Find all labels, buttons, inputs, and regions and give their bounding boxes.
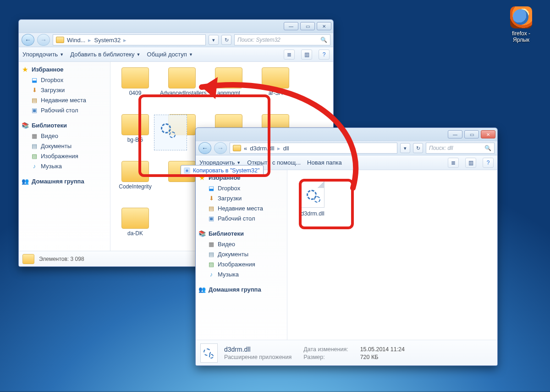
sidebar-group-libraries[interactable]: 📚Библиотеки: [22, 121, 107, 129]
dll-file-icon: [301, 181, 324, 208]
sidebar-item-dropbox[interactable]: ⬓Dropbox: [22, 75, 107, 85]
folder-item[interactable]: bg-BG: [113, 113, 157, 157]
drag-tooltip-text: Копировать в "System32": [193, 167, 259, 174]
music-icon: ♪: [208, 271, 215, 278]
folder-item[interactable]: da-DK: [113, 207, 157, 251]
sidebar-group-homegroup[interactable]: 👥Домашняя группа: [198, 286, 284, 293]
drag-tooltip: + Копировать в "System32": [181, 165, 264, 176]
dropbox-icon: ⬓: [208, 184, 215, 192]
organize-menu[interactable]: Упорядочить▼: [22, 51, 64, 58]
refresh-button[interactable]: ↻: [221, 35, 231, 45]
file-label: d3drm.dll: [297, 210, 329, 217]
sidebar-group-libraries[interactable]: 📚Библиотеки: [198, 230, 284, 237]
homegroup-icon: 👥: [198, 286, 206, 293]
library-icon: 📚: [22, 121, 29, 129]
share-menu[interactable]: Общий доступ▼: [147, 51, 193, 58]
maximize-button[interactable]: ▭: [464, 130, 479, 138]
folder-icon: [22, 254, 34, 264]
add-to-library-menu[interactable]: Добавить в библиотеку▼: [70, 51, 140, 58]
folder-content[interactable]: d3drm.dll: [287, 170, 497, 340]
sidebar-item-dropbox[interactable]: ⬓Dropbox: [198, 183, 284, 193]
sidebar-item-recent[interactable]: ▤Недавние места: [198, 203, 284, 213]
breadcrumb-dropdown[interactable]: ▾: [209, 35, 219, 45]
details-date-label: Дата изменения:: [303, 346, 348, 353]
nav-forward-button[interactable]: →: [37, 34, 50, 46]
folder-icon: [121, 114, 149, 135]
sidebar-item-desktop[interactable]: ▣Рабочий стол: [198, 213, 284, 223]
explorer-window-dll[interactable]: — ▭ ✕ ← → « d3drm.dll ▸ dll ▾ ↻ Поиск: d…: [195, 127, 498, 366]
search-input[interactable]: Поиск: dll 🔍: [426, 143, 495, 154]
video-icon: ▦: [31, 132, 38, 139]
shortcut-label: firefox - Ярлык: [506, 30, 536, 43]
close-button[interactable]: ✕: [317, 22, 331, 30]
sidebar-item-music[interactable]: ♪Музыка: [198, 269, 284, 279]
music-icon: ♪: [31, 162, 38, 170]
breadcrumb-dropdown[interactable]: ▾: [400, 143, 410, 153]
folder-item[interactable]: CodeIntegrity: [113, 160, 157, 204]
preview-pane-button[interactable]: ▥: [301, 50, 312, 60]
folder-icon: [168, 67, 196, 88]
folder-icon: [121, 161, 149, 182]
view-options-button[interactable]: ≣: [284, 50, 295, 60]
breadcrumb-overflow[interactable]: «: [244, 145, 247, 152]
view-options-button[interactable]: ≣: [448, 158, 459, 168]
recent-icon: ▤: [31, 96, 38, 104]
command-bar: Упорядочить▼ Добавить в библиотеку▼ Общи…: [19, 47, 333, 62]
minimize-button[interactable]: —: [448, 130, 462, 138]
sidebar-item-videos[interactable]: ▦Видео: [22, 131, 107, 141]
search-icon: 🔍: [320, 37, 327, 43]
nav-forward-button[interactable]: →: [214, 142, 227, 154]
search-input[interactable]: Поиск: System32 🔍: [234, 34, 330, 45]
navigation-pane[interactable]: ★Избранное ⬓Dropbox ⬇Загрузки ▤Недавние …: [19, 62, 110, 251]
search-placeholder: Поиск: dll: [429, 145, 453, 151]
sidebar-item-pictures[interactable]: ▨Изображения: [22, 151, 107, 161]
nav-back-button[interactable]: ←: [22, 34, 34, 46]
help-button[interactable]: ?: [483, 158, 494, 168]
breadcrumb[interactable]: « d3drm.dll ▸ dll: [230, 143, 397, 154]
sidebar-item-documents[interactable]: ▤Документы: [198, 249, 284, 259]
details-filename: d3drm.dll: [224, 346, 292, 353]
new-folder-button[interactable]: Новая папка: [307, 159, 342, 166]
breadcrumb-item[interactable]: d3drm.dll: [250, 145, 274, 152]
close-button[interactable]: ✕: [481, 130, 495, 138]
nav-back-button[interactable]: ←: [198, 142, 211, 154]
folder-item[interactable]: appmgmt: [207, 66, 251, 110]
downloads-icon: ⬇: [208, 194, 215, 202]
sidebar-group-homegroup[interactable]: 👥Домашняя группа: [22, 177, 107, 185]
breadcrumb[interactable]: Wind... ▸ System32 ▸: [53, 34, 206, 45]
sidebar-item-pictures[interactable]: ▨Изображения: [198, 259, 284, 269]
sidebar-item-music[interactable]: ♪Музыка: [22, 161, 107, 171]
details-pane: d3drm.dll Дата изменения: 15.05.2014 11:…: [196, 340, 497, 365]
refresh-button[interactable]: ↻: [413, 143, 423, 153]
star-icon: ★: [22, 66, 29, 73]
sidebar-group-favorites[interactable]: ★Избранное: [22, 66, 107, 73]
navigation-pane[interactable]: ★Избранное ⬓Dropbox ⬇Загрузки ▤Недавние …: [196, 170, 287, 340]
folder-icon: [233, 145, 241, 151]
help-button[interactable]: ?: [319, 50, 330, 60]
preview-pane-button[interactable]: ▥: [465, 158, 476, 168]
sidebar-item-recent[interactable]: ▤Недавние места: [22, 95, 107, 105]
maximize-button[interactable]: ▭: [300, 22, 315, 30]
document-icon: ▤: [208, 250, 215, 258]
sidebar-item-documents[interactable]: ▤Документы: [22, 141, 107, 151]
plus-icon: +: [184, 167, 190, 174]
sidebar-item-downloads[interactable]: ⬇Загрузки: [22, 85, 107, 95]
sidebar-item-desktop[interactable]: ▣Рабочий стол: [22, 105, 107, 115]
titlebar[interactable]: — ▭ ✕: [196, 128, 497, 141]
breadcrumb-item[interactable]: dll: [283, 145, 289, 152]
breadcrumb-item[interactable]: System32: [94, 37, 121, 44]
library-icon: 📚: [198, 230, 206, 237]
firefox-icon: [510, 6, 532, 28]
titlebar[interactable]: — ▭ ✕: [19, 20, 333, 33]
breadcrumb-item[interactable]: Wind...: [67, 37, 85, 44]
file-item-d3drm[interactable]: d3drm.dll: [297, 181, 329, 217]
recent-icon: ▤: [208, 204, 215, 212]
sidebar-item-videos[interactable]: ▦Видео: [198, 239, 284, 249]
minimize-button[interactable]: —: [284, 22, 298, 30]
desktop-shortcut-firefox[interactable]: firefox - Ярлык: [506, 6, 536, 43]
folder-item[interactable]: ar-SA: [253, 66, 297, 110]
address-bar: ← → Wind... ▸ System32 ▸ ▾ ↻ Поиск: Syst…: [19, 33, 333, 47]
folder-item[interactable]: AdvancedInstallers: [160, 66, 204, 110]
folder-item[interactable]: 0409: [113, 66, 157, 110]
sidebar-item-downloads[interactable]: ⬇Загрузки: [198, 193, 284, 203]
